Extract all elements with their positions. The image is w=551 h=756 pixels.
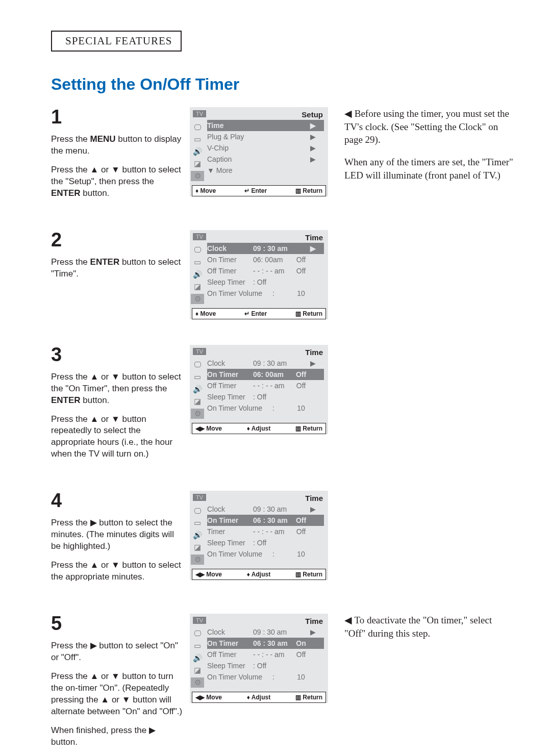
hint-return: ▥ Return <box>295 187 322 194</box>
menu-row[interactable]: V-Chip▶ <box>207 142 324 154</box>
menu-row[interactable]: Caption▶ <box>207 154 324 165</box>
picture-icon: ▭ <box>191 641 204 651</box>
page-title: Setting the On/Off Timer <box>51 75 515 94</box>
menu-row[interactable]: Sleep Timer: Off <box>207 660 324 671</box>
hint-return: ▥ Return <box>295 694 322 701</box>
picture-icon: ▭ <box>191 518 204 528</box>
menu-rows: Clock09 : 30 am▶ On Timer06: 00amOff Off… <box>205 358 328 421</box>
menu-row[interactable]: Off Timer- - : - - amOff <box>207 265 324 276</box>
tv-tag: TV <box>193 494 206 501</box>
menu-row[interactable]: Plug & Play▶ <box>207 131 324 142</box>
step-5: 5 Press the ▶ button to select "On" or "… <box>51 614 515 755</box>
step-number: 1 <box>51 107 184 127</box>
side-note: ◀ Before using the timer, you must set t… <box>344 107 515 146</box>
hint-adjust: ♦ Adjust <box>247 425 270 432</box>
osd-title: Time <box>209 494 323 502</box>
tv-tag: TV <box>193 233 206 240</box>
menu-row[interactable]: Sleep Timer: Off <box>207 276 324 288</box>
setup-icon: ⚙ <box>191 171 204 181</box>
category-icons: 🖵 ▭ 🔊 ◪ ⚙ <box>190 243 205 306</box>
category-icons: 🖵 ▭ 🔊 ◪ ⚙ <box>190 503 205 567</box>
instruction: Press the ▲ or ▼ button to select the "S… <box>51 164 184 199</box>
setup-icon: ⚙ <box>191 409 204 419</box>
instruction: Press the ENTER button to select "Time". <box>51 257 184 280</box>
side-note: When any of the timers are set, the "Tim… <box>344 156 515 182</box>
osd-title: Time <box>209 233 323 242</box>
instruction: Press the MENU button to display the men… <box>51 134 184 157</box>
osd-time: TVTime 🖵 ▭ 🔊 ◪ ⚙ Clock09 : 30 am▶ On Tim… <box>190 614 328 703</box>
chapter-header: SPECIAL FEATURES <box>51 31 182 52</box>
menu-row[interactable]: ▼ More <box>207 165 324 176</box>
menu-row[interactable]: On Timer06 : 30 amOn <box>207 638 324 649</box>
step-number: 3 <box>51 345 184 364</box>
menu-row[interactable]: Clock09 : 30 am▶ <box>207 358 324 369</box>
hint-move: ◀▶ Move <box>195 694 222 701</box>
osd-time: TVTime 🖵 ▭ 🔊 ◪ ⚙ Clock09 : 30 am▶ On Tim… <box>190 345 328 434</box>
channel-icon: ◪ <box>191 542 204 552</box>
tv-tag: TV <box>193 110 206 117</box>
menu-row[interactable]: On Timer Volume:10 <box>207 402 324 414</box>
menu-rows: Time▶ Plug & Play▶ V-Chip▶ Caption▶ ▼ Mo… <box>205 120 328 183</box>
hint-enter: ↵ Enter <box>244 187 267 194</box>
sound-icon: 🔊 <box>191 653 204 663</box>
menu-row[interactable]: Clock09 : 30 am▶ <box>207 243 324 254</box>
hint-move: ♦ Move <box>195 187 216 194</box>
instruction: Press the ▲ or ▼ button to select the "O… <box>51 371 184 407</box>
sound-icon: 🔊 <box>191 269 204 280</box>
hint-adjust: ♦ Adjust <box>247 694 270 701</box>
hint-return: ▥ Return <box>295 425 322 432</box>
hint-return: ▥ Return <box>295 310 322 317</box>
osd-title: Setup <box>209 110 323 119</box>
instruction: Press the ▲ or ▼ button repeatedly to se… <box>51 414 184 461</box>
channel-icon: ◪ <box>191 159 204 169</box>
hint-move: ◀▶ Move <box>195 425 222 432</box>
menu-row[interactable]: Off Timer- - : - - amOff <box>207 649 324 660</box>
instruction: Press the ▲ or ▼ button to select the ap… <box>51 560 184 583</box>
osd-time: TVTime 🖵 ▭ 🔊 ◪ ⚙ Clock09 : 30 am▶ On Tim… <box>190 491 328 580</box>
channel-icon: ◪ <box>191 665 204 675</box>
category-icons: 🖵 ▭ 🔊 ◪ ⚙ <box>190 626 205 690</box>
menu-row[interactable]: On Timer Volume:10 <box>207 288 324 299</box>
menu-row[interactable]: Sleep Timer: Off <box>207 391 324 402</box>
menu-row[interactable]: On Timer06: 00amOff <box>207 369 324 380</box>
picture-icon: ▭ <box>191 257 204 267</box>
hint-move: ◀▶ Move <box>195 571 222 578</box>
osd-title: Time <box>209 617 323 625</box>
instruction: Press the ▶ button to select the minutes… <box>51 517 184 552</box>
hint-enter: ↵ Enter <box>244 310 267 317</box>
menu-row[interactable]: On Timer06 : 30 amOff <box>207 515 324 526</box>
hint-adjust: ♦ Adjust <box>247 571 270 578</box>
sound-icon: 🔊 <box>191 530 204 540</box>
menu-row[interactable]: Off Timer- - : - - amOff <box>207 380 324 391</box>
instruction: Press the ▶ button to select "On" or "Of… <box>51 640 184 664</box>
picture-icon: ▭ <box>191 134 204 144</box>
menu-row[interactable]: On Timer06: 00amOff <box>207 254 324 265</box>
sound-icon: 🔊 <box>191 384 204 394</box>
setup-icon: ⚙ <box>191 555 204 565</box>
menu-row[interactable]: On Timer Volume:10 <box>207 671 324 683</box>
instruction: When finished, press the ▶ button. <box>51 725 184 748</box>
menu-row[interactable]: Clock09 : 30 am▶ <box>207 503 324 515</box>
step-2: 2 Press the ENTER button to select "Time… <box>51 230 515 321</box>
step-number: 2 <box>51 230 184 249</box>
tv-tag: TV <box>193 348 206 355</box>
input-icon: 🖵 <box>191 360 204 370</box>
menu-row[interactable]: Clock09 : 30 am▶ <box>207 626 324 638</box>
input-icon: 🖵 <box>191 245 204 255</box>
input-icon: 🖵 <box>191 628 204 639</box>
menu-row[interactable]: On Timer Volume:10 <box>207 548 324 560</box>
channel-icon: ◪ <box>191 396 204 407</box>
channel-icon: ◪ <box>191 282 204 292</box>
input-icon: 🖵 <box>191 506 204 516</box>
step-3: 3 Press the ▲ or ▼ button to select the … <box>51 345 515 468</box>
osd-title: Time <box>209 348 323 357</box>
setup-icon: ⚙ <box>191 677 204 688</box>
osd-time: TVTime 🖵 ▭ 🔊 ◪ ⚙ Clock09 : 30 am▶ On Tim… <box>190 230 328 319</box>
menu-row[interactable]: Timer- - : - - amOff <box>207 526 324 537</box>
category-icons: 🖵 ▭ 🔊 ◪ ⚙ <box>190 120 205 183</box>
menu-row[interactable]: Time▶ <box>207 120 324 131</box>
picture-icon: ▭ <box>191 372 204 382</box>
step-1: 1 Press the MENU button to display the m… <box>51 107 515 207</box>
osd-setup: TVSetup 🖵 ▭ 🔊 ◪ ⚙ Time▶ Plug & Play▶ V-C… <box>190 107 328 196</box>
menu-row[interactable]: Sleep Timer: Off <box>207 537 324 548</box>
